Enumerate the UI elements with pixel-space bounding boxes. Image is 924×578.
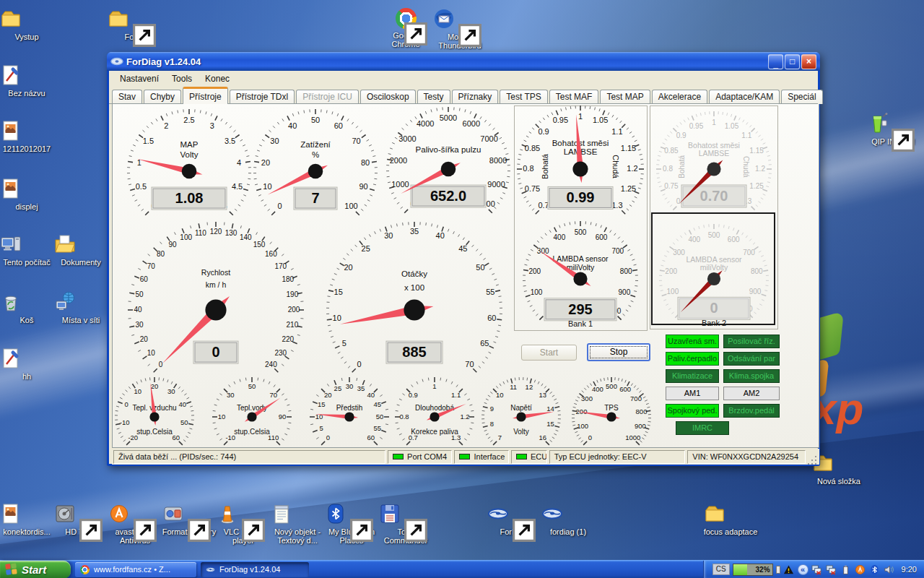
hide-icons-chevron[interactable]: « (798, 564, 808, 575)
start-button[interactable]: Start (521, 345, 577, 361)
svg-text:0.9: 0.9 (409, 391, 418, 399)
taskbar-task-www-fordfans-cz-z[interactable]: www.fordfans.cz • Z... (75, 562, 196, 577)
svg-text:110: 110 (268, 434, 279, 441)
svg-text:180: 180 (282, 275, 294, 283)
desktop-icon-label: fordiag (1) (541, 527, 596, 536)
svg-text:0: 0 (588, 434, 592, 441)
tab-test-maf[interactable]: Test MAF (549, 90, 599, 104)
svg-text:55: 55 (486, 288, 494, 296)
tab-priznaky[interactable]: Příznaky (452, 90, 499, 104)
indicator-klima-spojka[interactable]: Klima.spojka (723, 369, 780, 383)
gauge-tps: 01002003004005006007008009001000TPS (565, 370, 658, 448)
menu-tools[interactable]: Tools (165, 72, 199, 85)
desktop-icon-label: Místa v síti (53, 316, 108, 324)
bluetooth-tray-icon[interactable] (869, 564, 881, 575)
shortcut-arrow-icon (350, 519, 358, 527)
tab-chyby[interactable]: Chyby (144, 90, 181, 104)
indicator-spojkovy-ped[interactable]: Spojkový ped. (666, 404, 719, 418)
tab-pristroje-tdxl[interactable]: Přístroje TDxl (230, 90, 295, 104)
indicator-am1[interactable]: AM1 (666, 387, 719, 400)
svg-text:80: 80 (361, 158, 370, 167)
svg-text:50: 50 (180, 418, 188, 426)
language-indicator[interactable]: CS (712, 564, 730, 575)
desktop-icon-fordiag-zastupce[interactable]: ForDiag (487, 502, 541, 536)
tab-osciloskop[interactable]: Osciloskop (360, 90, 416, 104)
desktop-icon-konektordis[interactable]: konektordis... (0, 502, 54, 536)
taskbar-clock[interactable]: 9:20 (902, 565, 917, 574)
desktop-icon-fotky[interactable]: Fotky (107, 7, 162, 41)
tab-testy[interactable]: Testy (417, 90, 450, 104)
avast-icon (108, 502, 162, 525)
menu-konec[interactable]: Konec (199, 72, 236, 85)
svg-text:stup.Celsia: stup.Celsia (136, 428, 173, 436)
desktop-icon-avast-free-antivirus[interactable]: avast! Free Antivirus (108, 502, 162, 545)
battery-meter[interactable]: 32% (733, 564, 773, 576)
desktop-icon-bez-nazvu[interactable]: Bez názvu (0, 64, 54, 98)
indicator-imrc[interactable]: IMRC (676, 421, 729, 435)
network-disconnected-icon-2[interactable] (826, 564, 837, 575)
desktop-icon-mozilla-thunderbird[interactable]: Mozilla Thunderbird (432, 7, 487, 50)
desktop-icon-novy-objekt[interactable]: Nový objekt - Textový d... (270, 502, 325, 545)
stop-button[interactable]: Stop (587, 343, 650, 361)
indicator-odsavani-par[interactable]: Odsávání par (723, 352, 780, 366)
desktop-icon-focus-adaptace[interactable]: focus adaptace (703, 502, 758, 536)
avast-tray-icon[interactable] (855, 564, 866, 575)
tab-special[interactable]: Speciál (781, 90, 822, 104)
desktop-icon-hd-tune[interactable]: HD Tune (53, 502, 108, 536)
indicator-uzavrena-sm[interactable]: Uzavřená sm. (666, 335, 719, 348)
tab-pristroje-icu[interactable]: Přístroje ICU (296, 90, 359, 104)
desktop-icon-kos[interactable]: Koš (0, 290, 54, 324)
battery-tray-icon[interactable] (840, 564, 852, 575)
svg-text:100: 100 (180, 233, 192, 241)
indicator-brzdov-pedal[interactable]: Brzdov.pedál (723, 404, 780, 418)
gauge-value: 885 (402, 344, 426, 360)
menu-nastaveni[interactable]: Nastavení (113, 72, 165, 85)
svg-text:0: 0 (326, 434, 330, 441)
desktop-icon-12112012017[interactable]: 12112012017 (0, 119, 54, 153)
tab-adaptace-kam[interactable]: Adaptace/KAM (709, 90, 780, 104)
resize-grip[interactable] (808, 454, 818, 465)
network-disconnected-icon-1[interactable] (811, 564, 823, 575)
svg-text:1.2: 1.2 (460, 413, 469, 420)
indicator-klimatizace[interactable]: Klimatizace (666, 369, 719, 383)
gauge-otacky: 0510152025303540455055606570Otáčkyx 1008… (319, 215, 510, 408)
desktop-icon-qip-infium[interactable]: QIP INFIUM (866, 112, 920, 146)
desktop-icon-my-bluetooth-places[interactable]: My Bluetooth Places (324, 502, 379, 545)
indicator-am2[interactable]: AM2 (723, 387, 780, 400)
gauge-value: 1.08 (175, 190, 204, 206)
tab-pristroje[interactable]: Přístroje (183, 87, 228, 104)
volume-icon[interactable] (884, 564, 895, 575)
tab-stav[interactable]: Stav (112, 90, 142, 104)
window-titlebar[interactable]: ForDiag v1.24.04 _ □ × (107, 52, 820, 71)
desktop-icon-dokumenty[interactable]: Dokumenty (53, 233, 108, 267)
indicator-posilovac-riz[interactable]: Posilovač říz. (723, 335, 780, 348)
desktop-icon-tento-pocitac[interactable]: Tento počítač (0, 233, 54, 267)
desktop-icon-google-chrome[interactable]: Google Chrome (378, 7, 433, 48)
taskbar-task-fordiag-v1-24-04[interactable]: ForDiag v1.24.04 (201, 562, 309, 577)
tab-test-map[interactable]: Test MAP (600, 90, 650, 104)
desktop-icon-displej[interactable]: displej (0, 177, 54, 211)
svg-text:2.5: 2.5 (183, 116, 194, 124)
desktop-icon-format-factory[interactable]: Format Factory (162, 502, 217, 536)
tab-akcelerace[interactable]: Akcelerace (652, 90, 707, 104)
warning-icon[interactable] (783, 564, 795, 575)
desktop-icon-vystup[interactable]: Vystup (0, 7, 54, 41)
desktop-icon-mista-v-siti[interactable]: Místa v síti (53, 290, 108, 324)
desktop-icon-total-commander[interactable]: Total Commander (378, 502, 433, 545)
svg-text:4: 4 (237, 158, 241, 167)
svg-text:4.5: 4.5 (232, 182, 243, 191)
svg-text:100: 100 (577, 422, 588, 430)
desktop-icon-vlc-media-player[interactable]: VLC media player (216, 502, 271, 545)
desktop-icon-fordiag-1[interactable]: fordiag (1) (541, 502, 596, 536)
svg-text:11: 11 (510, 383, 517, 391)
svg-text:Napětí: Napětí (510, 404, 532, 412)
tab-test-tps[interactable]: Test TPS (500, 90, 547, 104)
svg-text:150: 150 (253, 241, 266, 249)
svg-text:50: 50 (136, 290, 144, 298)
start-menu-button[interactable]: Start (0, 561, 71, 578)
indicator-paliv-cerpadlo[interactable]: Paliv.čerpadlo (666, 352, 719, 366)
minimize-button[interactable]: _ (768, 54, 783, 69)
close-button[interactable]: × (801, 54, 816, 69)
maximize-button[interactable]: □ (785, 54, 800, 69)
desktop-icon-hh[interactable]: hh (0, 347, 54, 381)
